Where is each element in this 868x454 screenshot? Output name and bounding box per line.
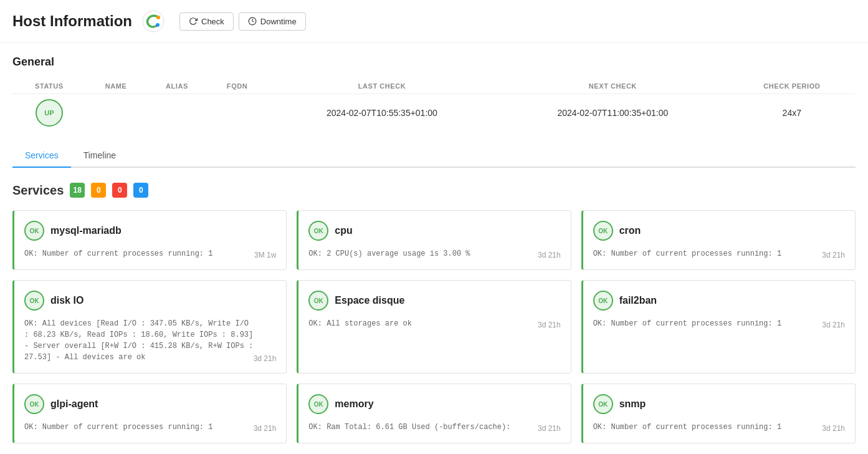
service-card-footer: OK: Number of current processes running:… bbox=[593, 248, 845, 259]
services-header: Services 18 0 0 0 bbox=[12, 183, 856, 198]
logo-icon bbox=[142, 10, 165, 32]
service-name: mysql-mariadb bbox=[50, 225, 122, 236]
service-card[interactable]: OK snmp OK: Number of current processes … bbox=[581, 384, 856, 443]
badge-ok-count: 18 bbox=[70, 183, 85, 198]
service-card[interactable]: OK fail2ban OK: Number of current proces… bbox=[581, 280, 856, 374]
host-name bbox=[86, 94, 146, 132]
service-card-header: OK mysql-mariadb bbox=[24, 221, 276, 241]
service-card[interactable]: OK cron OK: Number of current processes … bbox=[581, 210, 856, 270]
service-ok-badge: OK bbox=[24, 221, 44, 241]
service-card-header: OK Espace disque bbox=[308, 291, 560, 311]
service-card[interactable]: OK Espace disque OK: All storages are ok… bbox=[297, 280, 571, 374]
col-fqdn: FQDN bbox=[207, 79, 266, 94]
service-time: 3d 21h bbox=[254, 424, 277, 433]
service-name: fail2ban bbox=[619, 295, 657, 306]
svg-point-2 bbox=[156, 23, 160, 27]
service-name: cpu bbox=[335, 225, 352, 236]
page-header: Host Information Check Downtime bbox=[0, 0, 868, 43]
clock-icon bbox=[248, 17, 257, 26]
badge-critical-count: 0 bbox=[112, 183, 127, 198]
tab-timeline[interactable]: Timeline bbox=[71, 144, 128, 168]
service-card[interactable]: OK mysql-mariadb OK: Number of current p… bbox=[12, 210, 287, 270]
next-check-value: 2024-02-07T11:00:35+01:00 bbox=[497, 94, 728, 132]
service-name: memory bbox=[335, 398, 373, 410]
badge-warning-count: 0 bbox=[91, 183, 106, 198]
service-message: OK: All devices [Read I/O : 347.05 KB/s,… bbox=[24, 318, 254, 363]
service-card-footer: OK: Number of current processes running:… bbox=[593, 422, 845, 433]
service-card-header: OK fail2ban bbox=[593, 291, 845, 311]
service-name: disk IO bbox=[50, 295, 83, 306]
service-ok-badge: OK bbox=[593, 394, 613, 414]
service-card-footer: OK: Number of current processes running:… bbox=[593, 318, 845, 329]
service-time: 3d 21h bbox=[538, 321, 561, 329]
downtime-button[interactable]: Downtime bbox=[239, 12, 306, 31]
service-card-header: OK disk IO bbox=[24, 291, 276, 311]
service-message: OK: Number of current processes running:… bbox=[593, 422, 781, 433]
service-time: 3d 21h bbox=[538, 251, 561, 259]
refresh-icon bbox=[189, 17, 198, 26]
service-time: 3d 21h bbox=[822, 251, 845, 259]
service-card[interactable]: OK memory OK: Ram Total: 6.61 GB Used (-… bbox=[297, 384, 571, 443]
services-section-title: Services bbox=[12, 183, 64, 198]
services-grid: OK mysql-mariadb OK: Number of current p… bbox=[12, 210, 856, 443]
host-fqdn bbox=[207, 94, 266, 132]
service-card-header: OK snmp bbox=[593, 394, 845, 414]
service-card[interactable]: OK disk IO OK: All devices [Read I/O : 3… bbox=[12, 280, 287, 374]
service-ok-badge: OK bbox=[24, 291, 44, 311]
badge-unknown-count: 0 bbox=[133, 183, 148, 198]
service-time: 3d 21h bbox=[254, 354, 277, 363]
service-card-header: OK memory bbox=[308, 394, 560, 414]
service-card[interactable]: OK cpu OK: 2 CPU(s) average usage is 3.0… bbox=[297, 210, 571, 270]
check-button[interactable]: Check bbox=[179, 12, 234, 31]
tab-bar: Services Timeline bbox=[12, 144, 856, 168]
service-name: snmp bbox=[619, 398, 646, 410]
svg-point-1 bbox=[156, 16, 160, 19]
service-ok-badge: OK bbox=[308, 394, 328, 414]
table-row: UP 2024-02-07T10:55:35+01:00 2024-02-07T… bbox=[12, 94, 856, 132]
service-name: Espace disque bbox=[335, 295, 404, 306]
service-ok-badge: OK bbox=[308, 221, 328, 241]
service-card-footer: OK: 2 CPU(s) average usage is 3.00 % 3d … bbox=[308, 248, 560, 259]
service-card[interactable]: OK glpi-agent OK: Number of current proc… bbox=[12, 384, 287, 443]
col-status: STATUS bbox=[12, 79, 86, 94]
page-title: Host Information bbox=[12, 12, 132, 30]
service-message: OK: 2 CPU(s) average usage is 3.00 % bbox=[308, 248, 470, 259]
col-check-period: CHECK PERIOD bbox=[728, 79, 856, 94]
service-time: 3d 21h bbox=[822, 424, 845, 433]
service-card-footer: OK: Number of current processes running:… bbox=[24, 248, 276, 259]
host-alias bbox=[146, 94, 208, 132]
service-message: OK: Ram Total: 6.61 GB Used (-buffers/ca… bbox=[308, 422, 510, 433]
service-ok-badge: OK bbox=[593, 291, 613, 311]
status-badge: UP bbox=[36, 99, 63, 127]
service-message: OK: Number of current processes running:… bbox=[593, 248, 781, 259]
service-message: OK: Number of current processes running:… bbox=[24, 422, 212, 433]
general-section-title: General bbox=[12, 56, 856, 69]
svg-point-0 bbox=[143, 11, 164, 32]
service-time: 3M 1w bbox=[254, 251, 276, 259]
service-message: OK: Number of current processes running:… bbox=[593, 318, 781, 329]
service-ok-badge: OK bbox=[308, 291, 328, 311]
service-ok-badge: OK bbox=[24, 394, 44, 414]
service-card-footer: OK: All storages are ok 3d 21h bbox=[308, 318, 560, 329]
service-ok-badge: OK bbox=[593, 221, 613, 241]
last-check-value: 2024-02-07T10:55:35+01:00 bbox=[267, 94, 497, 132]
service-time: 3d 21h bbox=[538, 424, 561, 433]
service-card-footer: OK: Ram Total: 6.61 GB Used (-buffers/ca… bbox=[308, 422, 560, 433]
service-name: cron bbox=[619, 225, 641, 236]
col-alias: ALIAS bbox=[146, 79, 208, 94]
service-card-header: OK cpu bbox=[308, 221, 560, 241]
col-last-check: LAST CHECK bbox=[267, 79, 497, 94]
service-card-header: OK cron bbox=[593, 221, 845, 241]
general-table: STATUS NAME ALIAS FQDN LAST CHECK NEXT C… bbox=[12, 79, 856, 132]
header-actions: Check Downtime bbox=[179, 12, 306, 31]
service-card-footer: OK: All devices [Read I/O : 347.05 KB/s,… bbox=[24, 318, 276, 363]
service-card-header: OK glpi-agent bbox=[24, 394, 276, 414]
service-name: glpi-agent bbox=[50, 398, 98, 410]
check-period-value: 24x7 bbox=[728, 94, 856, 132]
service-message: OK: All storages are ok bbox=[308, 318, 412, 329]
service-time: 3d 21h bbox=[822, 321, 845, 329]
tab-services[interactable]: Services bbox=[12, 144, 71, 168]
col-next-check: NEXT CHECK bbox=[497, 79, 728, 94]
service-card-footer: OK: Number of current processes running:… bbox=[24, 422, 276, 433]
col-name: NAME bbox=[86, 79, 146, 94]
